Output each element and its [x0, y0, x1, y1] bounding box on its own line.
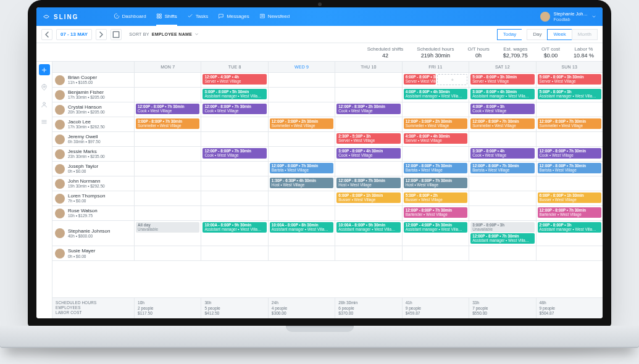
- user-menu[interactable]: Stephanie Joh… Foodlab: [540, 11, 596, 22]
- day-cell[interactable]: 3:00P - 8:00P • 5h 30minAssistant manage…: [201, 88, 267, 102]
- empty-cell[interactable]: [201, 191, 267, 205]
- empty-cell[interactable]: [268, 206, 335, 220]
- day-cell[interactable]: 1:30P - 6:30P • 4h 30minHost • West Vill…: [268, 176, 335, 191]
- day-cell[interactable]: 4:00P - 8:00P • 3hCook • West Village: [469, 102, 535, 117]
- empty-cell[interactable]: [335, 117, 401, 131]
- empty-cell[interactable]: [536, 132, 603, 146]
- day-cell[interactable]: 12:00P - 8:00P • 7h 30minSommelier • Wes…: [536, 117, 603, 131]
- shift[interactable]: 12:00P - 8:00P • 7h 30minBartender • Wes…: [404, 207, 467, 218]
- empty-cell[interactable]: [134, 206, 201, 220]
- day-cell[interactable]: 2:00P - 8:00P • 3hAssistant manager • We…: [536, 221, 603, 246]
- empty-cell[interactable]: [201, 176, 267, 191]
- employee-cell[interactable]: Benjamin Fisher17h 30min • $205.00: [52, 88, 134, 102]
- day-cell[interactable]: 3:00P - 8:00P • 3hUnavailable12:00P - 8:…: [469, 221, 535, 246]
- day-cell[interactable]: 5:30P - 8:00P • 2hBusser • West Village: [402, 191, 469, 205]
- shift[interactable]: 10:00A - 8:00P • 9h 30minAssistant manag…: [336, 222, 400, 233]
- day-cell[interactable]: 12:00P - 8:00P • 7h 30minBarista • West …: [469, 162, 535, 176]
- day-cell[interactable]: 12:00P - 8:00P • 7h 30minBarista • West …: [268, 162, 335, 176]
- shift[interactable]: 12:00P - 3:00P • 2h 30minSommelier • Wes…: [270, 118, 333, 129]
- day-cell[interactable]: 12:00P - 8:00P • 7h 30minCook • West Vil…: [201, 147, 267, 161]
- day-cell[interactable]: 12:00P - 4:00P • 3h 30minAssistant manag…: [402, 221, 469, 246]
- shift[interactable]: 1:30P - 6:30P • 4h 30minHost • West Vill…: [270, 178, 333, 188]
- shift[interactable]: 2:30P - 5:30P • 3hServer • West Village: [336, 133, 400, 144]
- shift[interactable]: 12:00P - 4:30P • 4hServer • West Village: [203, 74, 266, 85]
- shift[interactable]: 12:00P - 8:00P • 7h 30minAssistant manag…: [470, 233, 534, 244]
- shift[interactable]: 10:00A - 8:00P • 8h 30minAssistant manag…: [270, 222, 333, 233]
- empty-cell[interactable]: [134, 191, 201, 205]
- shift[interactable]: 4:00P - 8:00P • 3hCook • West Village: [470, 104, 534, 114]
- employee-cell[interactable]: Stephanie Johnson40h • $800.00: [52, 221, 134, 246]
- empty-cell[interactable]: [268, 246, 335, 260]
- day-cell[interactable]: 5:00P - 8:00P • 3h 30minServer • West Vi…: [469, 73, 535, 87]
- shift[interactable]: 12:00P - 8:00P • 7h 30minBarista • West …: [470, 163, 534, 173]
- shift[interactable]: 12:00P - 8:00P • 7h 30minCook • West Vil…: [203, 148, 266, 159]
- day-cell[interactable]: 2:30P - 5:30P • 3hServer • West Village: [335, 132, 401, 146]
- day-cell[interactable]: 12:00P - 8:00P • 2h 30minCook • West Vil…: [335, 102, 401, 117]
- empty-cell[interactable]: [469, 132, 535, 146]
- day-header-col[interactable]: FRI 11: [402, 62, 469, 72]
- more-filter-button[interactable]: [39, 116, 50, 127]
- day-cell[interactable]: 5:00P - 8:00P • 3h 30minServer • West Vi…: [536, 73, 603, 87]
- shift[interactable]: 5:00P - 8:00P • 3h 30minServer • West Vi…: [538, 74, 601, 85]
- shift[interactable]: 3:00P - 8:00P • 3hUnavailable: [470, 222, 534, 233]
- view-day[interactable]: Day: [527, 29, 547, 40]
- shift[interactable]: 12:00P - 8:00P • 7h 30minHost • West Vil…: [336, 178, 400, 188]
- shift[interactable]: 12:00P - 8:00P • 2h 30minCook • West Vil…: [336, 104, 400, 114]
- empty-cell[interactable]: [335, 246, 401, 260]
- empty-cell[interactable]: [469, 246, 535, 260]
- day-cell[interactable]: 3:00P - 8:00P • 4h 30minCook • West Vill…: [335, 147, 401, 161]
- empty-cell[interactable]: [402, 102, 469, 117]
- day-cell[interactable]: 12:00P - 8:00P • 7h 30minBarista • West …: [536, 162, 603, 176]
- sort-by[interactable]: SORT BY EMPLOYEE NAME: [129, 32, 199, 36]
- shift[interactable]: 5:00P - 8:00P • 3h 30minServer • West Vi…: [470, 74, 534, 85]
- employee-cell[interactable]: Rose Watson10h • $129.75: [52, 206, 134, 220]
- day-cell[interactable]: 3:30P - 8:00P • 4hCook • West Village: [469, 147, 535, 161]
- empty-cell[interactable]: [335, 73, 401, 87]
- shift[interactable]: 3:00P - 8:00P • 5h 30minAssistant manage…: [203, 89, 266, 99]
- empty-cell[interactable]: [201, 246, 267, 260]
- prev-week-button[interactable]: [41, 29, 52, 40]
- shift[interactable]: 12:00P - 8:00P • 7h 30minBarista • West …: [404, 163, 467, 173]
- empty-cell[interactable]: [201, 132, 267, 146]
- empty-cell[interactable]: [335, 206, 401, 220]
- empty-cell[interactable]: [268, 132, 335, 146]
- day-header-col[interactable]: WED 9: [268, 62, 335, 72]
- day-header-col[interactable]: SUN 13: [536, 62, 603, 72]
- shift[interactable]: 2:00P - 8:00P • 3hAssistant manager • We…: [538, 222, 601, 233]
- day-cell[interactable]: 10:00A - 8:00P • 9h 30minAssistant manag…: [335, 221, 401, 246]
- add-shift-placeholder[interactable]: +: [437, 74, 467, 85]
- empty-cell[interactable]: [536, 102, 603, 117]
- day-cell[interactable]: 3:00P - 8:00P • 4h 30minAssistant manage…: [469, 88, 535, 102]
- shift[interactable]: 5:00P - 8:00P • 3hAssistant manager • We…: [538, 89, 601, 99]
- employee-cell[interactable]: Crystal Hanson20h 30min • $205.00: [52, 102, 134, 117]
- shift[interactable]: 12:00P - 8:00P • 7h 30minCook • West Vil…: [538, 148, 601, 159]
- shift[interactable]: 12:00P - 8:00P • 7h 30minHost • West Vil…: [404, 178, 467, 188]
- day-cell[interactable]: 12:00P - 3:00P • 2h 30minSommelier • Wes…: [268, 117, 335, 131]
- nav-tab-messages[interactable]: Messages: [218, 7, 249, 26]
- people-filter-button[interactable]: [39, 99, 50, 110]
- date-range-button[interactable]: 07 - 13 MAY: [56, 29, 92, 40]
- day-cell[interactable]: 12:00P - 8:00P • 7h 30minCook • West Vil…: [536, 147, 603, 161]
- empty-cell[interactable]: [268, 191, 335, 205]
- empty-cell[interactable]: [268, 147, 335, 161]
- day-cell[interactable]: 12:00P - 8:00P • 7h 30minSommelier • Wes…: [469, 117, 535, 131]
- day-cell[interactable]: 12:00P - 8:00P • 7h 30minHost • West Vil…: [402, 176, 469, 191]
- nav-tab-newsfeed[interactable]: Newsfeed: [259, 7, 290, 26]
- day-cell[interactable]: 3:00P - 8:00P • 7h 30minSommelier • West…: [134, 117, 201, 131]
- empty-cell[interactable]: [134, 246, 201, 260]
- empty-cell[interactable]: [335, 162, 401, 176]
- shift[interactable]: 12:00P - 8:00P • 7h 30minSommelier • Wes…: [538, 118, 601, 129]
- location-filter-button[interactable]: [39, 81, 50, 93]
- shift[interactable]: All dayUnavailable: [136, 222, 199, 233]
- shift[interactable]: 5:30P - 8:00P • 2hBusser • West Village: [404, 192, 467, 203]
- next-week-button[interactable]: [96, 29, 107, 40]
- nav-tab-dashboard[interactable]: Dashboard: [114, 7, 146, 26]
- shift[interactable]: 12:00P - 4:00P • 3h 30minAssistant manag…: [404, 222, 467, 233]
- today-button[interactable]: Today: [497, 29, 522, 40]
- empty-cell[interactable]: [134, 73, 201, 87]
- shift[interactable]: 3:00P - 8:00P • 7h 30minSommelier • West…: [136, 118, 199, 129]
- shift[interactable]: 3:00P - 8:00P • 4h 30minCook • West Vill…: [336, 148, 400, 159]
- empty-cell[interactable]: [134, 147, 201, 161]
- shift[interactable]: 12:00P - 8:00P • 7h 30minCook • West Vil…: [136, 104, 199, 114]
- day-header-col[interactable]: MON 7: [134, 62, 201, 72]
